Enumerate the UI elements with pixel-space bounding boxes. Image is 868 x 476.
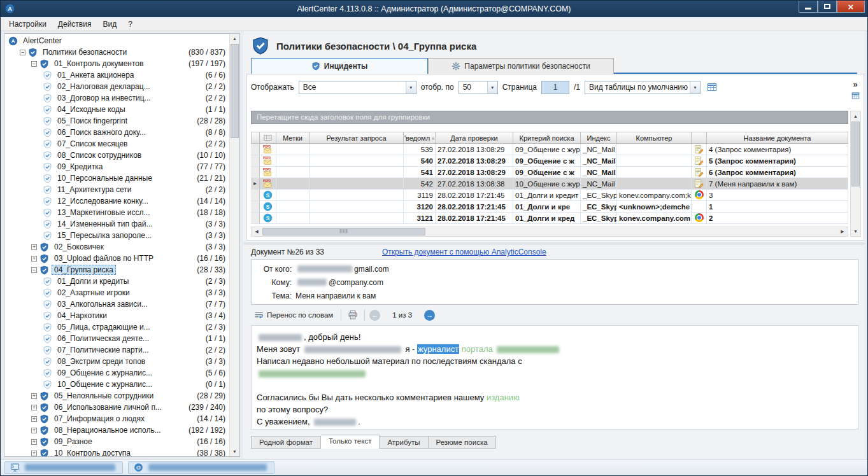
tree-item[interactable]: 08_Список сотрудников(10 / 10) <box>6 150 229 161</box>
tree-item[interactable]: 06_Поиск важного доку...(8 / 8) <box>6 127 229 138</box>
view-tab[interactable]: Только текст <box>321 435 380 449</box>
tree-item[interactable]: 01_Долги и кредиты(2 / 3) <box>6 276 229 287</box>
table-row[interactable]: ►POP354227.02.2018 13:08:3810_Общение с … <box>251 178 848 190</box>
page-number-input[interactable] <box>541 81 569 94</box>
tree-item[interactable]: 10_Персональные данные(21 / 21) <box>6 172 229 184</box>
tree-item[interactable]: 10_Общение с журналис...(0 / 1) <box>6 379 229 390</box>
expand-icon[interactable]: + <box>31 244 37 250</box>
scroll-right-icon[interactable]: ▶ <box>837 227 848 236</box>
tree-scrollbar[interactable]: ▲ ▼ <box>229 34 239 456</box>
open-in-analyticconsole-link[interactable]: Открыть документ с помощью AnalyticConso… <box>382 248 546 256</box>
chevron-down-icon[interactable]: ▼ <box>406 81 416 94</box>
scroll-left-icon[interactable]: ◀ <box>252 227 262 236</box>
status-item[interactable]: @ <box>128 461 274 474</box>
table-h-scrollbar[interactable]: ◀ ⦀⦀⦀ ▶ <box>251 227 848 237</box>
column-header-source[interactable] <box>260 132 276 144</box>
tree-item[interactable]: −Политики безопасности(830 / 837) <box>6 46 229 58</box>
column-header-result[interactable]: Результат запроса <box>309 132 404 144</box>
scroll-down-icon[interactable]: ▼ <box>851 227 860 236</box>
tree-item[interactable]: 08_Экстрим среди топов(3 / 3) <box>6 356 229 367</box>
tree-item[interactable]: 03_Договор на инвестиц...(2 / 2) <box>6 92 229 104</box>
table-row[interactable]: POP354027.02.2018 13:08:2909_Общение с ж… <box>251 155 848 167</box>
column-header-gutter[interactable] <box>251 132 260 144</box>
tree-item[interactable]: 07_Список месяцев(2 / 2) <box>6 138 229 150</box>
close-button[interactable]: × <box>837 1 865 13</box>
expand-icon[interactable]: + <box>31 451 37 456</box>
table-view-select[interactable]: Вид таблицы по умолчанию ▼ <box>585 81 701 94</box>
menu-item[interactable]: ? <box>122 18 138 30</box>
tree-item[interactable]: +08_Нерациональное исполь...(192 / 192) <box>6 424 229 436</box>
per-page-select[interactable]: 50 ▼ <box>459 81 498 94</box>
tree-item[interactable]: +10_Контроль доступа(38 / 38) <box>6 447 229 456</box>
table-row[interactable]: POP354127.02.2018 13:08:2909_Общение с ж… <box>251 167 848 178</box>
menu-item[interactable]: Настройки <box>3 18 52 30</box>
view-tab[interactable]: Родной формат <box>251 436 321 449</box>
tree-item[interactable]: +05_Нелояльные сотрудники(28 / 29) <box>6 390 229 402</box>
column-header-labels[interactable]: Метки <box>276 132 309 144</box>
tree-item[interactable]: 05_Поиск fingerprint(28 / 28) <box>6 115 229 127</box>
chevron-down-icon[interactable]: ▼ <box>487 81 497 94</box>
expand-icon[interactable]: + <box>31 428 37 433</box>
column-header-date[interactable]: Дата проверки <box>436 132 513 144</box>
expand-icon[interactable]: + <box>31 405 37 410</box>
tree-item[interactable]: 09_Общение с журналис...(5 / 6) <box>6 367 229 379</box>
tree-item[interactable]: 01_Анкета акционера(6 / 6) <box>6 69 229 81</box>
column-header-criteria[interactable]: Критерий поиска <box>513 132 581 144</box>
view-tab[interactable]: Атрибуты <box>380 436 428 449</box>
expand-icon[interactable]: + <box>31 256 37 262</box>
scroll-up-icon[interactable]: ▲ <box>851 111 860 121</box>
tree-item[interactable]: 09_Кредитка(77 / 77) <box>6 161 229 172</box>
table-scrollbar[interactable]: ▲ ▼ <box>850 111 861 237</box>
tree-item[interactable]: 02_Налоговая декларац...(2 / 2) <box>6 81 229 92</box>
collapse-icon[interactable]: − <box>31 267 37 273</box>
more-button[interactable]: » <box>853 81 857 88</box>
table-row[interactable]: S312028.02.2018 17:21:4501_Долги и кре_E… <box>251 201 848 213</box>
tree-scrollbar-thumb[interactable] <box>231 44 239 138</box>
h-scrollbar-thumb[interactable]: ⦀⦀⦀ <box>262 228 425 235</box>
tree-item[interactable]: +09_Разное(16 / 16) <box>6 436 229 447</box>
tree-item[interactable]: 06_Политическая деяте...(1 / 1) <box>6 333 229 344</box>
tree-item[interactable]: −04_Группа риска(28 / 33) <box>6 264 229 276</box>
expand-icon[interactable]: + <box>31 393 37 399</box>
tab-params[interactable]: Параметры политики безопасности <box>428 58 614 74</box>
expand-icon[interactable]: + <box>31 439 37 445</box>
tab-incidents[interactable]: Инциденты <box>251 58 428 74</box>
tree-item[interactable]: 02_Азартные игроки(3 / 3) <box>6 287 229 298</box>
chevron-down-icon[interactable]: ▼ <box>690 81 700 94</box>
tree-item[interactable]: AAlertCenter <box>6 35 229 46</box>
column-header-notify[interactable]: 'ведомл▵ <box>404 132 436 144</box>
tree-item[interactable]: 04_Исходные коды(1 / 1) <box>6 104 229 115</box>
display-filter-select[interactable]: Все ▼ <box>299 81 416 94</box>
minimize-button[interactable] <box>799 1 818 13</box>
tree-item[interactable]: 15_Пересылка запороле...(3 / 3) <box>6 230 229 241</box>
tree-item[interactable]: 12_Исследование конку...(14 / 14) <box>6 195 229 207</box>
tree-item[interactable]: 14_Измененный тип фай...(3 / 3) <box>6 218 229 230</box>
tree-item[interactable]: +02_Боковичек(3 / 3) <box>6 241 229 253</box>
tree-item[interactable]: 04_Наркотики(3 / 4) <box>6 310 229 321</box>
table-settings-button[interactable] <box>705 80 719 94</box>
tree-item[interactable]: 07_Политические парти...(2 / 2) <box>6 344 229 356</box>
scroll-up-icon[interactable]: ▲ <box>230 34 239 43</box>
splitter[interactable] <box>243 242 865 245</box>
layout-button[interactable] <box>850 90 860 101</box>
maximize-button[interactable] <box>818 1 837 13</box>
tree-item[interactable]: +03_Upload файлов по HTTP(16 / 16) <box>6 253 229 264</box>
tree-item[interactable]: 05_Лица, страдающие и...(2 / 3) <box>6 321 229 333</box>
table-row[interactable]: POP353927.02.2018 13:08:2909_Общение с ж… <box>251 144 848 155</box>
tree-item[interactable]: −01_Контроль документов(197 / 197) <box>6 58 229 69</box>
tree-item[interactable]: 03_Алкогольная зависи...(7 / 7) <box>6 298 229 310</box>
group-by-bar[interactable]: Перетащите сюда заголовок поля для групп… <box>251 111 848 124</box>
column-header-index[interactable]: Индекс <box>581 132 617 144</box>
collapse-icon[interactable]: − <box>31 61 37 67</box>
view-tab[interactable]: Резюме поиска <box>429 436 496 449</box>
tree-item[interactable]: 13_Маркетинговые иссл...(18 / 18) <box>6 207 229 218</box>
next-page-button[interactable]: → <box>424 310 435 321</box>
table-scrollbar-thumb[interactable] <box>851 122 860 186</box>
previous-page-button[interactable]: ← <box>369 310 380 321</box>
column-header-computer[interactable]: Компьютер <box>617 132 692 144</box>
tree-item[interactable]: 11_Архитектура сети(2 / 2) <box>6 184 229 195</box>
tree-item[interactable]: +07_Информация о людях(14 / 14) <box>6 413 229 424</box>
menu-item[interactable]: Вид <box>97 18 122 30</box>
menu-item[interactable]: Действия <box>52 18 97 30</box>
word-wrap-toggle[interactable]: Перенос по словам <box>251 308 336 322</box>
